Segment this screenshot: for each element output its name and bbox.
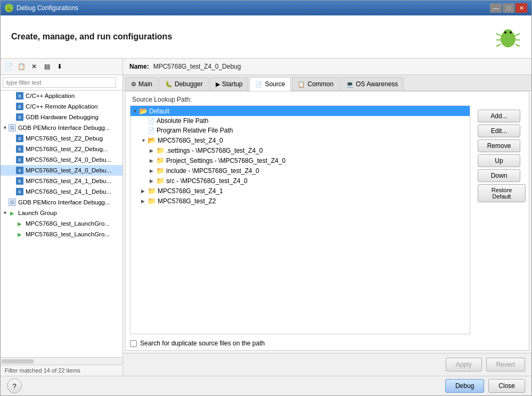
source-main: ▼ 📂 Default 📄 Absolute File Path 📄 — [126, 105, 529, 336]
window-title: Debug Configurations — [17, 4, 78, 12]
left-toolbar: 📄 📋 ✕ ▤ ⬇ — [1, 59, 122, 75]
tab-main[interactable]: ⚙ Main — [125, 77, 158, 90]
c-icon-7: c — [15, 166, 24, 175]
tab-common[interactable]: 📋 Common — [292, 77, 339, 90]
stree-label: Project_Settings - \MPC5768G_test_Z4_0 — [166, 157, 285, 164]
horizontal-scrollbar[interactable] — [1, 357, 122, 365]
main-tab-icon: ⚙ — [131, 81, 136, 88]
svg-line-6 — [496, 44, 501, 46]
folder-icon-5: 📁 — [148, 187, 156, 195]
stree-label: .settings - \MPC5768G_test_Z4_0 — [166, 147, 263, 154]
tree-item-launch2[interactable]: ▶ MPC5768G_test_LaunchGro... — [1, 229, 122, 240]
launch-icon-1: ▶ — [8, 209, 17, 217]
revert-button[interactable]: Revert — [486, 358, 525, 372]
stree-mpc-z4-0[interactable]: ▼ 📂 MPC5768G_test_Z4_0 — [130, 135, 470, 145]
stree-settings[interactable]: ▶ 📁 .settings - \MPC5768G_test_Z4_0 — [130, 145, 470, 155]
new-config-button[interactable]: 📄 — [3, 61, 14, 72]
collapse-button[interactable]: ▤ — [41, 61, 53, 72]
debug-close-buttons: Debug Close — [445, 379, 525, 393]
add-button[interactable]: Add... — [478, 110, 520, 122]
folder-icon-1: 📁 — [156, 146, 165, 154]
tree-label: MPC5768G_test_Z4_1_Debu... — [26, 188, 111, 195]
window-icon: 🐛 — [5, 4, 13, 12]
delete-button[interactable]: ✕ — [28, 61, 40, 72]
tree-item-z4-0-debug2[interactable]: c MPC5768G_test_Z4_0_Debu... — [1, 165, 122, 176]
expand-down-button[interactable]: ⬇ — [54, 61, 66, 72]
window-close-button[interactable]: ✕ — [515, 3, 527, 13]
svg-line-3 — [515, 34, 520, 36]
tree-label: MPC5768G_test_Z4_0_Debu... — [26, 167, 111, 174]
side-buttons: Add... Edit... Remove Up Down Restore De… — [474, 105, 529, 336]
folder-icon-2: 📁 — [156, 156, 165, 164]
tree-label: GDB PEMicro Interface Debugg... — [18, 125, 110, 131]
c-icon-5: c — [15, 145, 24, 153]
c-icon-9: c — [15, 187, 24, 196]
tree-item-gdb-pem1[interactable]: ▼ G GDB PEMicro Interface Debugg... — [1, 122, 122, 133]
apply-button[interactable]: Apply — [446, 358, 482, 372]
launch-icon-2: ▶ — [15, 219, 24, 228]
tree-item-z4-1-debug2[interactable]: c MPC5768G_test_Z4_1_Debu... — [1, 186, 122, 197]
stree-src[interactable]: ▶ 📁 src - \MPC5768G_test_Z4_0 — [130, 176, 470, 186]
bottom-bar: ? Debug Close — [1, 376, 531, 395]
duplicate-search-checkbox[interactable] — [130, 340, 137, 347]
stree-label: MPC5768G_test_Z2 — [158, 197, 216, 205]
svg-point-9 — [510, 31, 512, 34]
stree-prog-rel[interactable]: 📄 Program Relative File Path — [130, 126, 470, 135]
help-button[interactable]: ? — [7, 378, 22, 393]
filter-input[interactable] — [3, 77, 116, 88]
duplicate-button[interactable]: 📋 — [15, 61, 27, 72]
stree-mpc-z4-1[interactable]: ▶ 📁 MPC5768G_test_Z4_1 — [130, 186, 470, 196]
common-tab-icon: 📋 — [298, 81, 305, 88]
close-button[interactable]: Close — [488, 379, 525, 393]
duplicate-search-label: Search for duplicate source files on the… — [140, 340, 265, 347]
stree-include[interactable]: ▶ 📁 include - \MPC5768G_test_Z4_0 — [130, 166, 470, 176]
up-button[interactable]: Up — [478, 154, 520, 167]
tab-source[interactable]: 📄 Source — [249, 77, 291, 91]
tab-os[interactable]: 💻 OS Awareness — [340, 77, 404, 90]
stree-abs-path[interactable]: 📄 Absolute File Path — [130, 116, 470, 126]
expand-proj: ▶ — [150, 158, 156, 163]
gdb-icon-2: G — [8, 198, 17, 207]
tree-item-z2debug[interactable]: c MPC5768G_test_Z2_Debug — [1, 133, 122, 144]
edit-button[interactable]: Edit... — [478, 125, 520, 137]
remove-button[interactable]: Remove — [478, 139, 520, 152]
tree-label: MPC5768G_test_Z4_0_Debu... — [26, 156, 111, 163]
svg-point-1 — [503, 29, 513, 38]
stree-mpc-z2[interactable]: ▶ 📁 MPC5768G_test_Z2 — [130, 196, 470, 206]
tree-label: GDB Hardware Debugging — [26, 114, 99, 120]
startup-tab-icon: ▶ — [216, 81, 220, 88]
tab-startup[interactable]: ▶ Startup — [210, 77, 249, 90]
tab-debugger-label: Debugger — [175, 80, 203, 88]
expand-src: ▶ — [150, 178, 156, 184]
source-tree: ▼ 📂 Default 📄 Absolute File Path 📄 — [130, 105, 470, 334]
expand-default: ▼ — [133, 109, 139, 114]
stree-label: MPC5768G_test_Z4_0 — [158, 137, 223, 144]
down-button[interactable]: Down — [478, 169, 520, 182]
tree-item-z4-0-debug[interactable]: c MPC5768G_test_Z4_0_Debu... — [1, 154, 122, 165]
tab-debugger[interactable]: 🐛 Debugger — [159, 77, 209, 90]
tree-label: C/C++ Remote Application — [26, 103, 98, 110]
tree-item-gdb-hw[interactable]: c GDB Hardware Debugging — [1, 112, 122, 122]
tree-item-launch-group[interactable]: ▼ ▶ Launch Group — [1, 208, 122, 218]
expand-settings: ▶ — [150, 148, 156, 153]
config-tree: c C/C++ Application c C/C++ Remote Appli… — [1, 90, 122, 357]
tree-item-z2debug2[interactable]: c MPC5768G_test_Z2_Debug... — [1, 144, 122, 154]
stree-default[interactable]: ▼ 📂 Default — [130, 106, 470, 116]
expand-mpc: ▼ — [141, 138, 148, 143]
tree-item-launch1[interactable]: ▶ MPC5768G_test_LaunchGro... — [1, 218, 122, 229]
debug-button[interactable]: Debug — [445, 379, 484, 393]
tree-item-cpp-remote[interactable]: c C/C++ Remote Application — [1, 101, 122, 112]
folder-icon-3: 📁 — [156, 167, 165, 175]
tree-item-z4-1-debug[interactable]: c MPC5768G_test_Z4_1_Debu... — [1, 176, 122, 186]
source-content: Source Lookup Path: ▼ 📂 Default 📄 Absolu… — [125, 91, 529, 351]
minimize-button[interactable]: — — [490, 3, 502, 13]
tab-main-label: Main — [138, 80, 152, 88]
maximize-button[interactable]: □ — [503, 3, 514, 13]
tree-item-gdb-pem2[interactable]: G GDB PEMicro Interface Debugg... — [1, 197, 122, 208]
tree-item-cpp-app[interactable]: c C/C++ Application — [1, 90, 122, 101]
stree-proj-settings[interactable]: ▶ 📁 Project_Settings - \MPC5768G_test_Z4… — [130, 155, 470, 166]
stree-label: Program Relative File Path — [157, 127, 233, 134]
debugger-tab-icon: 🐛 — [165, 81, 173, 88]
folder-icon-6: 📁 — [148, 197, 156, 205]
restore-default-button[interactable]: Restore Default — [478, 184, 526, 202]
